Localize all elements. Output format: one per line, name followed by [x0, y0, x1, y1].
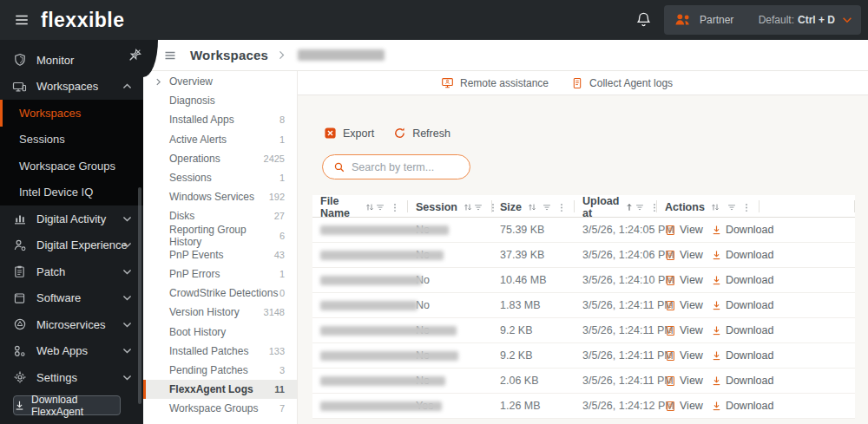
sidebar-item-software[interactable]: Software: [0, 285, 143, 312]
cell-file-name: [312, 394, 408, 418]
sort-icon[interactable]: [527, 202, 537, 212]
nav-item-crowdstrike-detections[interactable]: CrowdStrike Detections0: [143, 284, 297, 303]
column-header-file-name[interactable]: File Name: [312, 195, 408, 219]
sort-icon[interactable]: [365, 202, 375, 212]
cell-actions: ViewDownload: [657, 394, 760, 418]
cell-filler: [760, 293, 855, 317]
refresh-button[interactable]: Refresh: [393, 127, 450, 140]
search-input[interactable]: [352, 161, 456, 173]
file-name-redacted: [320, 326, 457, 336]
main-menu-icon[interactable]: [14, 12, 30, 28]
sidebar-scrollbar[interactable]: [138, 187, 141, 404]
nav-item-label: Pending Patches: [169, 364, 248, 376]
collect-agent-logs-button[interactable]: Collect Agent logs: [571, 77, 673, 89]
nav-item-flexxagent-logs[interactable]: FlexxAgent Logs11: [143, 380, 297, 399]
nav-item-windows-services[interactable]: Windows Services192: [143, 187, 297, 206]
breadcrumb-root[interactable]: Workspaces: [190, 48, 268, 62]
column-header-size[interactable]: Size: [492, 195, 575, 219]
sidebar-item-workspaces[interactable]: Workspaces: [0, 74, 143, 101]
nav-item-pnp-errors[interactable]: PnP Errors1: [143, 264, 297, 284]
view-link[interactable]: View: [665, 224, 703, 236]
sidebar-item-digital-experience[interactable]: Digital Experience: [0, 232, 143, 259]
nav-item-count: 0: [279, 288, 285, 298]
view-link[interactable]: View: [665, 249, 703, 261]
sidebar-item-label: Software: [36, 291, 81, 304]
nav-item-operations[interactable]: Operations2425: [143, 149, 297, 168]
submenu-item-label: Intel Device IQ: [19, 186, 93, 199]
submenu-item-workspaces[interactable]: Workspaces: [0, 100, 143, 127]
cell-filler: [760, 268, 855, 292]
kebab-icon[interactable]: [556, 202, 567, 213]
nav-item-diagnosis[interactable]: Diagnosis: [143, 91, 297, 110]
secondary-menu-icon[interactable]: [163, 49, 177, 62]
sidebar-item-monitor[interactable]: Monitor: [0, 47, 143, 74]
submenu-item-label: Workspace Groups: [19, 160, 115, 173]
file-name-redacted: [320, 251, 444, 260]
sort-icon[interactable]: [463, 202, 473, 212]
view-document-icon: [665, 350, 676, 362]
nav-item-active-alerts[interactable]: Active Alerts1: [143, 130, 297, 149]
gear-icon: [12, 370, 27, 384]
sidebar-item-patch[interactable]: Patch: [0, 258, 143, 285]
sidebar-item-web-apps[interactable]: Web Apps: [0, 338, 143, 365]
export-button[interactable]: Export: [324, 127, 374, 140]
view-document-icon: [665, 325, 676, 336]
nav-item-label: FlexxAgent Logs: [169, 383, 253, 395]
filter-icon[interactable]: [542, 202, 552, 212]
column-header-session[interactable]: Session: [408, 195, 492, 219]
filter-icon[interactable]: [473, 202, 483, 212]
nav-item-sessions[interactable]: Sessions1: [143, 168, 297, 187]
view-label: View: [680, 400, 703, 412]
nav-item-installed-apps[interactable]: Installed Apps8: [143, 110, 297, 129]
nav-item-reporting-group-history[interactable]: Reporting Group History6: [143, 226, 297, 245]
sidebar-item-digital-activity[interactable]: Digital Activity: [0, 205, 143, 232]
collect-agent-logs-label: Collect Agent logs: [589, 77, 673, 89]
column-header-upload-at[interactable]: Upload at: [575, 195, 657, 219]
sidebar-item-settings[interactable]: Settings: [0, 364, 143, 391]
clipboard-icon: [12, 264, 27, 278]
view-label: View: [680, 249, 703, 261]
view-link[interactable]: View: [665, 299, 703, 311]
nav-item-workspace-groups[interactable]: Workspace Groups7: [143, 399, 297, 418]
submenu-item-sessions[interactable]: Sessions: [0, 127, 143, 153]
download-arrow-icon: [711, 325, 722, 336]
nav-item-overview[interactable]: Overview: [143, 72, 297, 91]
notifications-bell-icon[interactable]: [635, 11, 652, 28]
remote-assistance-button[interactable]: Remote assistance: [441, 76, 549, 89]
kebab-icon[interactable]: [741, 202, 752, 213]
nav-item-boot-history[interactable]: Boot History: [143, 322, 297, 341]
view-link[interactable]: View: [665, 375, 703, 387]
unpin-sidebar-icon[interactable]: [128, 48, 142, 62]
nav-item-label: Workspace Groups: [169, 402, 259, 414]
cell-upload-at: 3/5/26, 1:24:12 PM: [575, 394, 657, 418]
view-link[interactable]: View: [665, 349, 703, 362]
table-toolbar: Export Refresh: [324, 127, 450, 140]
sort-icon[interactable]: [710, 202, 720, 212]
nav-item-version-history[interactable]: Version History3148: [143, 303, 297, 322]
kebab-icon[interactable]: [390, 202, 400, 213]
cell-filler: [760, 243, 855, 267]
filter-icon[interactable]: [727, 202, 737, 212]
submenu-item-intel-device-iq[interactable]: Intel Device IQ: [0, 179, 143, 206]
submenu-item-workspace-groups[interactable]: Workspace Groups: [0, 153, 143, 179]
page-actions-bar: Remote assistance Collect Agent logs: [298, 71, 868, 95]
download-flexxagent-button[interactable]: Download FlexxAgent: [13, 395, 121, 415]
sidebar-item-microservices[interactable]: Microservices: [0, 311, 143, 338]
view-link[interactable]: View: [665, 324, 703, 336]
filter-icon[interactable]: [635, 202, 645, 212]
nav-item-pnp-events[interactable]: PnP Events43: [143, 245, 297, 264]
view-link[interactable]: View: [665, 400, 703, 412]
view-link[interactable]: View: [665, 274, 703, 286]
cell-upload-at: 3/5/26, 1:24:10 PM: [575, 268, 657, 292]
chevron-down-icon: [120, 345, 135, 356]
sort-up-icon[interactable]: [624, 202, 635, 212]
account-switcher[interactable]: Partner Default: Ctrl + D: [664, 5, 861, 35]
breadcrumb-item-redacted: [298, 49, 385, 61]
download-arrow-icon: [711, 250, 722, 261]
cell-filler: [760, 218, 855, 242]
nav-item-count: 1: [279, 134, 285, 145]
column-header-actions[interactable]: Actions: [657, 195, 760, 219]
nav-item-installed-patches[interactable]: Installed Patches133: [143, 342, 297, 361]
nav-item-pending-patches[interactable]: Pending Patches3: [143, 361, 297, 380]
filter-icon[interactable]: [375, 202, 385, 212]
